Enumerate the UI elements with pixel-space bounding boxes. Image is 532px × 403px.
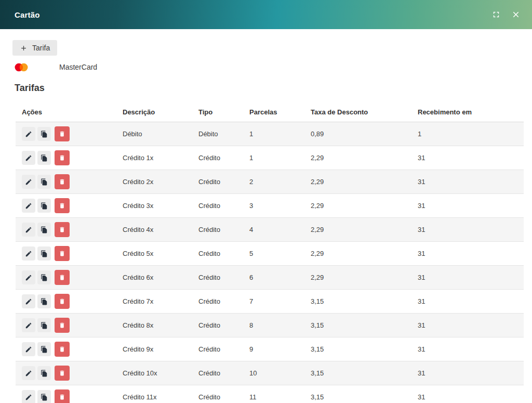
edit-button[interactable] xyxy=(22,127,35,141)
table-row: Crédito 11x Crédito 11 3,15 31 xyxy=(16,385,524,403)
edit-button[interactable] xyxy=(22,151,35,165)
cell-parcelas: 6 xyxy=(243,274,304,281)
plus-icon xyxy=(20,44,28,52)
copy-icon xyxy=(41,202,48,210)
cell-parcelas: 9 xyxy=(243,345,304,353)
delete-button[interactable] xyxy=(55,198,70,213)
window-title: Cartão xyxy=(15,10,40,19)
copy-icon xyxy=(41,274,48,281)
copy-button[interactable] xyxy=(37,223,51,237)
copy-button[interactable] xyxy=(37,246,51,261)
delete-button[interactable] xyxy=(55,342,70,357)
cell-tipo: Crédito xyxy=(192,274,243,281)
delete-button[interactable] xyxy=(55,318,70,333)
cell-taxa: 0,89 xyxy=(304,130,411,138)
cell-recebimento: 31 xyxy=(411,250,524,257)
copy-icon xyxy=(41,394,48,401)
delete-trash-icon xyxy=(59,154,65,161)
cell-taxa: 2,29 xyxy=(304,178,411,186)
cell-taxa: 3,15 xyxy=(304,321,411,329)
tariff-table: Ações Descrição Tipo Parcelas Taxa de De… xyxy=(16,102,524,403)
copy-button[interactable] xyxy=(37,342,51,356)
edit-button[interactable] xyxy=(22,246,35,261)
cell-taxa: 2,29 xyxy=(304,154,411,162)
cell-tipo: Crédito xyxy=(192,297,243,305)
cell-taxa: 2,29 xyxy=(304,250,411,257)
delete-trash-icon xyxy=(59,394,65,400)
edit-button[interactable] xyxy=(22,318,35,332)
delete-button[interactable] xyxy=(55,222,70,237)
copy-button[interactable] xyxy=(37,199,51,213)
delete-button[interactable] xyxy=(55,270,70,285)
edit-button[interactable] xyxy=(22,270,35,284)
edit-button[interactable] xyxy=(22,366,35,380)
add-tarifa-button[interactable]: Tarifa xyxy=(12,40,57,56)
copy-button[interactable] xyxy=(37,270,51,284)
copy-icon xyxy=(41,226,48,233)
section-title: Tarifas xyxy=(15,83,532,94)
delete-button[interactable] xyxy=(55,150,70,165)
copy-button[interactable] xyxy=(37,366,51,380)
delete-button[interactable] xyxy=(55,246,70,261)
delete-trash-icon xyxy=(59,346,65,353)
delete-trash-icon xyxy=(59,274,65,281)
copy-button[interactable] xyxy=(37,390,51,403)
edit-button[interactable] xyxy=(22,223,35,237)
cell-recebimento: 31 xyxy=(411,393,524,401)
cell-tipo: Crédito xyxy=(192,369,243,377)
cell-tipo: Crédito xyxy=(192,154,243,162)
delete-trash-icon xyxy=(59,226,65,233)
edit-button[interactable] xyxy=(22,175,35,189)
cell-parcelas: 1 xyxy=(243,154,304,162)
copy-icon xyxy=(41,154,48,162)
edit-pencil-icon xyxy=(25,250,32,257)
edit-button[interactable] xyxy=(22,390,35,403)
copy-button[interactable] xyxy=(37,127,51,141)
copy-icon xyxy=(41,370,48,377)
copy-button[interactable] xyxy=(37,151,51,165)
delete-trash-icon xyxy=(59,178,65,185)
cell-parcelas: 8 xyxy=(243,321,304,329)
row-actions xyxy=(16,198,116,213)
delete-button[interactable] xyxy=(55,366,70,381)
row-actions xyxy=(16,126,116,141)
cell-descricao: Crédito 1x xyxy=(116,154,192,162)
table-row: Crédito 9x Crédito 9 3,15 31 xyxy=(16,337,524,361)
copy-button[interactable] xyxy=(37,294,51,308)
fullscreen-icon[interactable] xyxy=(491,10,501,19)
table-row: Crédito 7x Crédito 7 3,15 31 xyxy=(16,290,524,314)
cell-tipo: Crédito xyxy=(192,250,243,257)
edit-pencil-icon xyxy=(25,274,32,281)
cell-descricao: Crédito 6x xyxy=(116,274,192,281)
cell-taxa: 3,15 xyxy=(304,369,411,377)
row-actions xyxy=(16,342,116,357)
table-row: Crédito 5x Crédito 5 2,29 31 xyxy=(16,242,524,266)
cell-descricao: Crédito 5x xyxy=(116,250,192,257)
delete-button[interactable] xyxy=(55,389,70,403)
edit-button[interactable] xyxy=(22,294,35,308)
modal-content: Tarifa MasterCard Tarifas Ações Descriçã… xyxy=(0,29,532,403)
edit-button[interactable] xyxy=(22,342,35,356)
delete-trash-icon xyxy=(59,250,65,257)
cell-parcelas: 2 xyxy=(243,178,304,186)
cell-taxa: 3,15 xyxy=(304,297,411,305)
edit-pencil-icon xyxy=(25,370,32,377)
cell-parcelas: 1 xyxy=(243,130,304,138)
column-header-tipo: Tipo xyxy=(192,108,243,116)
copy-button[interactable] xyxy=(37,318,51,332)
cell-taxa: 2,29 xyxy=(304,274,411,281)
copy-icon xyxy=(41,131,48,138)
edit-button[interactable] xyxy=(22,199,35,213)
copy-button[interactable] xyxy=(37,175,51,189)
delete-button[interactable] xyxy=(55,294,70,309)
delete-button[interactable] xyxy=(55,126,70,141)
delete-button[interactable] xyxy=(55,174,70,189)
copy-icon xyxy=(41,178,48,186)
row-actions xyxy=(16,294,116,309)
card-brand-row: MasterCard xyxy=(15,62,532,72)
cell-recebimento: 31 xyxy=(411,154,524,162)
cell-taxa: 3,15 xyxy=(304,345,411,353)
close-icon[interactable] xyxy=(511,10,521,19)
cell-tipo: Crédito xyxy=(192,321,243,329)
cell-descricao: Crédito 9x xyxy=(116,345,192,353)
